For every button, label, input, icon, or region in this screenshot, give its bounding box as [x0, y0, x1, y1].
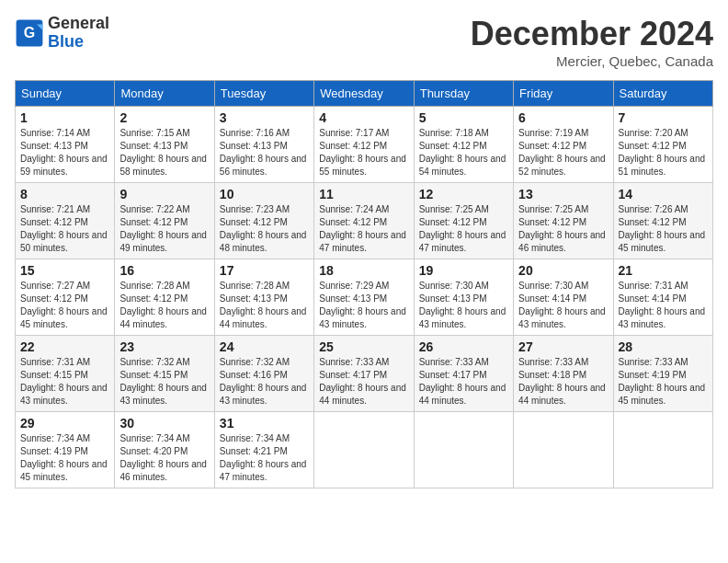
day-number: 11 — [319, 187, 408, 201]
day-number: 30 — [119, 416, 209, 431]
day-info: Sunrise: 7:16 AM Sunset: 4:13 PM Dayligh… — [220, 127, 309, 178]
calendar-cell: 7Sunrise: 7:20 AM Sunset: 4:12 PM Daylig… — [613, 107, 712, 183]
day-info: Sunrise: 7:27 AM Sunset: 4:12 PM Dayligh… — [20, 280, 109, 331]
day-number: 31 — [220, 416, 309, 431]
day-info: Sunrise: 7:25 AM Sunset: 4:12 PM Dayligh… — [518, 203, 608, 255]
calendar-cell: 16Sunrise: 7:28 AM Sunset: 4:12 PM Dayli… — [115, 259, 214, 336]
day-info: Sunrise: 7:25 AM Sunset: 4:12 PM Dayligh… — [419, 203, 508, 255]
calendar-cell: 11Sunrise: 7:24 AM Sunset: 4:12 PM Dayli… — [314, 183, 414, 259]
day-number: 2 — [119, 110, 209, 125]
calendar-cell: 4Sunrise: 7:17 AM Sunset: 4:12 PM Daylig… — [314, 107, 414, 183]
calendar-cell: 2Sunrise: 7:15 AM Sunset: 4:13 PM Daylig… — [115, 107, 214, 183]
logo-text: General Blue — [48, 15, 109, 52]
day-number: 25 — [319, 339, 408, 354]
day-number: 15 — [20, 263, 109, 278]
calendar-cell — [314, 412, 414, 488]
calendar-cell: 5Sunrise: 7:18 AM Sunset: 4:12 PM Daylig… — [414, 107, 513, 183]
calendar-cell: 29Sunrise: 7:34 AM Sunset: 4:19 PM Dayli… — [16, 412, 115, 488]
calendar-cell: 19Sunrise: 7:30 AM Sunset: 4:13 PM Dayli… — [414, 259, 513, 336]
calendar-cell: 24Sunrise: 7:32 AM Sunset: 4:16 PM Dayli… — [214, 336, 313, 412]
calendar-table: SundayMondayTuesdayWednesdayThursdayFrid… — [15, 80, 713, 488]
calendar-cell: 13Sunrise: 7:25 AM Sunset: 4:12 PM Dayli… — [514, 183, 613, 259]
calendar-cell: 26Sunrise: 7:33 AM Sunset: 4:17 PM Dayli… — [414, 336, 513, 412]
day-number: 22 — [20, 339, 109, 354]
calendar-cell: 1Sunrise: 7:14 AM Sunset: 4:13 PM Daylig… — [16, 107, 115, 183]
day-info: Sunrise: 7:28 AM Sunset: 4:12 PM Dayligh… — [119, 280, 209, 331]
day-number: 28 — [619, 339, 708, 354]
calendar-cell: 27Sunrise: 7:33 AM Sunset: 4:18 PM Dayli… — [514, 336, 613, 412]
day-info: Sunrise: 7:21 AM Sunset: 4:12 PM Dayligh… — [20, 203, 109, 255]
calendar-cell — [613, 412, 712, 488]
calendar-cell: 6Sunrise: 7:19 AM Sunset: 4:12 PM Daylig… — [514, 107, 613, 183]
day-number: 27 — [518, 339, 608, 354]
day-info: Sunrise: 7:34 AM Sunset: 4:20 PM Dayligh… — [119, 432, 209, 484]
day-number: 20 — [518, 263, 608, 278]
calendar-cell: 18Sunrise: 7:29 AM Sunset: 4:13 PM Dayli… — [314, 259, 414, 336]
day-info: Sunrise: 7:30 AM Sunset: 4:14 PM Dayligh… — [518, 280, 608, 331]
weekday-header-thursday: Thursday — [414, 81, 513, 107]
weekday-header-tuesday: Tuesday — [214, 81, 313, 107]
day-info: Sunrise: 7:34 AM Sunset: 4:19 PM Dayligh… — [20, 432, 109, 484]
day-info: Sunrise: 7:18 AM Sunset: 4:12 PM Dayligh… — [419, 127, 508, 178]
day-info: Sunrise: 7:19 AM Sunset: 4:12 PM Dayligh… — [518, 127, 608, 178]
day-info: Sunrise: 7:15 AM Sunset: 4:13 PM Dayligh… — [119, 127, 209, 178]
calendar-cell: 21Sunrise: 7:31 AM Sunset: 4:14 PM Dayli… — [613, 259, 712, 336]
day-info: Sunrise: 7:29 AM Sunset: 4:13 PM Dayligh… — [319, 280, 408, 331]
header: G General Blue December 2024 Mercier, Qu… — [15, 15, 713, 69]
logo: G General Blue — [15, 15, 109, 52]
calendar-cell — [414, 412, 513, 488]
day-info: Sunrise: 7:22 AM Sunset: 4:12 PM Dayligh… — [119, 203, 209, 255]
day-info: Sunrise: 7:20 AM Sunset: 4:12 PM Dayligh… — [619, 127, 708, 178]
day-number: 4 — [319, 110, 408, 125]
calendar-cell: 22Sunrise: 7:31 AM Sunset: 4:15 PM Dayli… — [16, 336, 115, 412]
day-number: 16 — [119, 263, 209, 278]
day-info: Sunrise: 7:32 AM Sunset: 4:16 PM Dayligh… — [220, 356, 309, 408]
calendar-cell: 15Sunrise: 7:27 AM Sunset: 4:12 PM Dayli… — [16, 259, 115, 336]
day-number: 17 — [220, 263, 309, 278]
day-info: Sunrise: 7:32 AM Sunset: 4:15 PM Dayligh… — [119, 356, 209, 408]
calendar-cell: 10Sunrise: 7:23 AM Sunset: 4:12 PM Dayli… — [214, 183, 313, 259]
day-number: 12 — [419, 187, 508, 201]
day-info: Sunrise: 7:31 AM Sunset: 4:14 PM Dayligh… — [619, 280, 708, 331]
logo-icon: G — [15, 18, 44, 48]
calendar-cell: 28Sunrise: 7:33 AM Sunset: 4:19 PM Dayli… — [613, 336, 712, 412]
day-info: Sunrise: 7:24 AM Sunset: 4:12 PM Dayligh… — [319, 203, 408, 255]
location-title: Mercier, Quebec, Canada — [471, 53, 713, 69]
day-number: 19 — [419, 263, 508, 278]
day-number: 13 — [518, 187, 608, 201]
day-info: Sunrise: 7:26 AM Sunset: 4:12 PM Dayligh… — [619, 203, 708, 255]
day-number: 10 — [220, 187, 309, 201]
weekday-header-sunday: Sunday — [16, 81, 115, 107]
calendar-cell: 14Sunrise: 7:26 AM Sunset: 4:12 PM Dayli… — [613, 183, 712, 259]
weekday-header-wednesday: Wednesday — [314, 81, 414, 107]
calendar-week-5: 29Sunrise: 7:34 AM Sunset: 4:19 PM Dayli… — [16, 412, 713, 488]
day-info: Sunrise: 7:31 AM Sunset: 4:15 PM Dayligh… — [20, 356, 109, 408]
calendar-week-2: 8Sunrise: 7:21 AM Sunset: 4:12 PM Daylig… — [16, 183, 713, 259]
day-number: 6 — [518, 110, 608, 125]
calendar-cell: 12Sunrise: 7:25 AM Sunset: 4:12 PM Dayli… — [414, 183, 513, 259]
calendar-cell: 20Sunrise: 7:30 AM Sunset: 4:14 PM Dayli… — [514, 259, 613, 336]
calendar-cell — [514, 412, 613, 488]
day-info: Sunrise: 7:33 AM Sunset: 4:17 PM Dayligh… — [419, 356, 508, 408]
calendar-week-4: 22Sunrise: 7:31 AM Sunset: 4:15 PM Dayli… — [16, 336, 713, 412]
day-info: Sunrise: 7:30 AM Sunset: 4:13 PM Dayligh… — [419, 280, 508, 331]
calendar-cell: 23Sunrise: 7:32 AM Sunset: 4:15 PM Dayli… — [115, 336, 214, 412]
day-info: Sunrise: 7:28 AM Sunset: 4:13 PM Dayligh… — [220, 280, 309, 331]
month-title: December 2024 — [471, 15, 713, 53]
calendar-cell: 17Sunrise: 7:28 AM Sunset: 4:13 PM Dayli… — [214, 259, 313, 336]
day-info: Sunrise: 7:33 AM Sunset: 4:19 PM Dayligh… — [619, 356, 708, 408]
calendar-cell: 30Sunrise: 7:34 AM Sunset: 4:20 PM Dayli… — [115, 412, 214, 488]
day-info: Sunrise: 7:23 AM Sunset: 4:12 PM Dayligh… — [220, 203, 309, 255]
day-number: 29 — [20, 416, 109, 431]
day-number: 7 — [619, 110, 708, 125]
day-number: 14 — [619, 187, 708, 201]
title-area: December 2024 Mercier, Quebec, Canada — [471, 15, 713, 69]
day-number: 18 — [319, 263, 408, 278]
day-number: 1 — [20, 110, 109, 125]
day-info: Sunrise: 7:17 AM Sunset: 4:12 PM Dayligh… — [319, 127, 408, 178]
day-number: 8 — [20, 187, 109, 201]
weekday-header-saturday: Saturday — [613, 81, 712, 107]
calendar-cell: 9Sunrise: 7:22 AM Sunset: 4:12 PM Daylig… — [115, 183, 214, 259]
day-number: 23 — [119, 339, 209, 354]
calendar-cell: 31Sunrise: 7:34 AM Sunset: 4:21 PM Dayli… — [214, 412, 313, 488]
